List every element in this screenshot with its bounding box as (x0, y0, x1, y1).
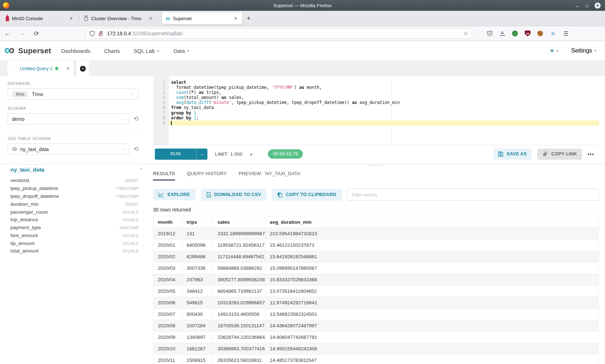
chevron-up-icon[interactable]: ⌃ (139, 167, 143, 172)
trino-icon (84, 17, 88, 21)
app-nav: Dashboards Charts SQL Lab▼ Data▼ (61, 48, 190, 54)
column-type: TIMESTAMP (116, 194, 139, 199)
table-schema-label: SEE TABLE SCHEMA (8, 136, 139, 141)
insecure-lock-icon[interactable] (98, 31, 103, 36)
refresh-table-icon[interactable]: ⟲ (134, 145, 139, 153)
menu-icon[interactable]: ☰ (563, 30, 568, 37)
code-line: order by 1; (169, 115, 599, 120)
table-cell: 800430 (182, 309, 213, 320)
url-input[interactable]: 172.18.0.4 :32295/superset/sqllab/ ☆ (86, 28, 472, 39)
table-cell: 14913153.4600556 (213, 309, 265, 320)
download-csv-button[interactable]: DOWNLOAD TO CSV (201, 189, 267, 201)
extension-asterisk-icon[interactable]: ✳ (550, 30, 556, 37)
explore-button[interactable]: EXPLORE (153, 189, 196, 200)
nav-charts[interactable]: Charts (104, 48, 120, 54)
back-icon[interactable]: ← (0, 30, 15, 37)
settings-menu[interactable]: Settings▼ (571, 47, 597, 54)
cookie-extension-icon[interactable] (537, 30, 543, 37)
schema-column-row: trip_distanceDOUBLE (8, 216, 139, 224)
database-select[interactable]: trino Trino ⌄ (8, 88, 138, 100)
copy-link-button[interactable]: COPY LINK (537, 149, 582, 160)
firefox-icon (3, 2, 9, 9)
add-new-button[interactable]: +▼ (550, 47, 559, 55)
superset-header: ∞ Superset Dashboards Charts SQL Lab▼ Da… (0, 41, 605, 61)
nav-sql-lab[interactable]: SQL Lab▼ (134, 48, 160, 54)
table-cell: 131 (182, 228, 213, 240)
pocket-icon[interactable] (487, 30, 493, 37)
schema-column-row: fare_amountDOUBLE (8, 231, 139, 239)
new-tab-button[interactable]: + (242, 14, 255, 22)
chevron-down-icon: ⌄ (122, 117, 125, 121)
reload-icon[interactable]: ⟳ (30, 30, 43, 37)
close-query-tab-icon[interactable]: ✕ (66, 66, 70, 71)
browser-toolbar: ← → ⟳ 172.18.0.4 :32295/superset/sqllab/… (0, 26, 605, 41)
downloads-icon[interactable] (499, 30, 506, 37)
table-cell: 2020/06 (153, 297, 182, 309)
close-tab-icon[interactable]: ✕ (233, 15, 239, 22)
refresh-schema-icon[interactable]: ⟲ (134, 115, 139, 123)
table-select[interactable]: ny_taxi_data ⌄ (8, 144, 129, 155)
close-tab-icon[interactable]: ✕ (68, 15, 74, 22)
close-tab-icon[interactable]: ✕ (148, 15, 154, 22)
sql-code-editor[interactable]: 123456789 select format_datetime(tpep_pi… (153, 76, 599, 145)
results-column-header[interactable]: trips (182, 216, 213, 228)
tracking-shield-icon[interactable] (90, 31, 95, 36)
browser-tab-minio[interactable]: MinIO Console ✕ (2, 12, 78, 24)
results-column-header[interactable]: month (153, 216, 182, 228)
nav-dashboards[interactable]: Dashboards (61, 48, 90, 54)
table-cell: 2020/05 (153, 286, 182, 297)
chevron-down-icon: ▼ (157, 49, 160, 53)
line-number: 7 (153, 110, 165, 115)
bookmark-star-icon[interactable]: ☆ (463, 30, 468, 37)
drag-handle-icon[interactable] (369, 163, 383, 167)
nav-data[interactable]: Data▼ (174, 48, 190, 54)
run-split-button[interactable]: RUN ⌄ (155, 149, 207, 160)
schema-select[interactable]: demo ⌄ (8, 113, 129, 124)
extension-green-icon[interactable] (512, 30, 518, 37)
maximize-icon[interactable]: ◇ (585, 3, 589, 8)
tab-results[interactable]: RESULTS (153, 171, 175, 181)
editor-gutter: 123456789 (153, 76, 169, 145)
table-cell: 14.436426072487997 (265, 320, 599, 332)
tab-label: Superset (173, 16, 192, 21)
column-name: vendorid (10, 178, 29, 183)
add-query-tab-button[interactable]: + (77, 61, 89, 76)
line-number: 8 (153, 115, 165, 120)
browser-tab-trino[interactable]: Cluster Overview - Trino ✕ (80, 12, 157, 24)
line-number: 5 (153, 100, 165, 105)
run-button[interactable]: RUN (155, 149, 197, 160)
table-cell: 2020/01 (153, 240, 182, 251)
code-line: count(*) as trips, (169, 90, 599, 95)
schema-column-list: vendoridBIGINTtpep_pickup_datetimeTIMEST… (8, 177, 139, 255)
table-cell: 56664869.03886292 (213, 263, 265, 274)
save-as-button[interactable]: SAVE AS (493, 149, 532, 160)
filter-results-input[interactable] (347, 188, 599, 201)
close-window-icon[interactable]: ✕ (595, 3, 601, 9)
table-cell: 2020/11 (153, 355, 182, 364)
table-cell: 117114448.89467542 (213, 251, 265, 263)
tab-query-history[interactable]: QUERY HISTORY (187, 171, 227, 181)
editor-code-area[interactable]: select format_datetime(tpep_pickup_datet… (169, 76, 599, 145)
browser-tab-superset[interactable]: ∞ Superset ✕ (162, 12, 242, 24)
table-cell: 23628744.220236864 (213, 332, 265, 343)
code-line: format_datetime(tpep_pickup_datetime, 'Y… (169, 85, 599, 90)
query-tab-strip: ⋮⋮ Untitled Query 1 ✕ + (0, 61, 605, 76)
more-options-icon[interactable]: ••• (587, 151, 594, 157)
column-name: tpep_dropoff_datetime (10, 194, 59, 199)
forward-icon[interactable]: → (15, 30, 30, 37)
copy-icon (277, 192, 282, 197)
tab-preview[interactable]: PREVIEW: `NY_TAXI_DATA` (239, 171, 302, 181)
results-column-header[interactable]: avg_duration_min (265, 216, 599, 228)
pane-splitter[interactable] (153, 163, 599, 166)
code-line (169, 120, 599, 126)
ublock-icon[interactable]: U0 (524, 30, 531, 37)
copy-to-clipboard-button[interactable]: COPY TO CLIPBOARD (272, 189, 341, 201)
limit-dropdown[interactable]: LIMIT:1 000 ▼ (215, 151, 253, 157)
query-tab-title: Untitled Query 1 (20, 66, 52, 71)
divider (8, 131, 139, 131)
run-options-chevron-icon[interactable]: ⌄ (197, 149, 207, 160)
minimize-icon[interactable]: ⌄ (575, 3, 579, 8)
table-name-heading[interactable]: ny_taxi_data (10, 167, 44, 173)
query-tab-active[interactable]: ⋮⋮ Untitled Query 1 ✕ (7, 61, 74, 76)
results-column-header[interactable]: sales (213, 216, 265, 228)
